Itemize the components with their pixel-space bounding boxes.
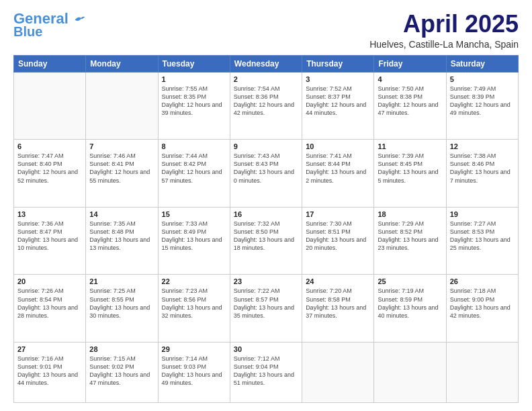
- calendar-cell: 6Sunrise: 7:47 AM Sunset: 8:40 PM Daylig…: [14, 140, 86, 208]
- day-number: 3: [306, 75, 370, 83]
- day-number: 24: [306, 277, 370, 285]
- day-info: Sunrise: 7:33 AM Sunset: 8:49 PM Dayligh…: [162, 220, 226, 253]
- calendar-cell: 11Sunrise: 7:39 AM Sunset: 8:45 PM Dayli…: [374, 140, 446, 208]
- day-info: Sunrise: 7:55 AM Sunset: 8:35 PM Dayligh…: [162, 85, 226, 118]
- calendar-cell: 12Sunrise: 7:38 AM Sunset: 8:46 PM Dayli…: [446, 140, 518, 208]
- day-info: Sunrise: 7:41 AM Sunset: 8:44 PM Dayligh…: [306, 152, 370, 185]
- weekday-header-wednesday: Wednesday: [230, 55, 302, 72]
- calendar-table: SundayMondayTuesdayWednesdayThursdayFrid…: [13, 55, 519, 403]
- day-number: 12: [450, 142, 515, 150]
- day-info: Sunrise: 7:26 AM Sunset: 8:54 PM Dayligh…: [17, 287, 82, 320]
- day-number: 15: [162, 210, 226, 218]
- calendar-cell: 10Sunrise: 7:41 AM Sunset: 8:44 PM Dayli…: [302, 140, 374, 208]
- calendar-cell: 28Sunrise: 7:15 AM Sunset: 9:02 PM Dayli…: [86, 342, 158, 402]
- day-number: 4: [378, 75, 442, 83]
- day-number: 26: [450, 277, 515, 285]
- day-number: 23: [234, 277, 298, 285]
- day-info: Sunrise: 7:12 AM Sunset: 9:04 PM Dayligh…: [234, 355, 298, 387]
- day-info: Sunrise: 7:19 AM Sunset: 8:59 PM Dayligh…: [378, 287, 442, 320]
- day-number: 18: [378, 210, 442, 218]
- day-info: Sunrise: 7:47 AM Sunset: 8:40 PM Dayligh…: [17, 152, 82, 185]
- calendar-cell: [302, 342, 374, 402]
- calendar-cell: [446, 342, 518, 402]
- calendar-cell: 16Sunrise: 7:32 AM Sunset: 8:50 PM Dayli…: [230, 207, 302, 275]
- calendar-week-5: 27Sunrise: 7:16 AM Sunset: 9:01 PM Dayli…: [14, 342, 519, 402]
- day-number: 11: [378, 142, 442, 150]
- day-number: 6: [17, 142, 82, 150]
- day-number: 22: [162, 277, 226, 285]
- day-number: 10: [306, 142, 370, 150]
- weekday-header-saturday: Saturday: [446, 55, 518, 72]
- calendar-week-3: 13Sunrise: 7:36 AM Sunset: 8:47 PM Dayli…: [14, 207, 519, 275]
- calendar-cell: 18Sunrise: 7:29 AM Sunset: 8:52 PM Dayli…: [374, 207, 446, 275]
- day-info: Sunrise: 7:36 AM Sunset: 8:47 PM Dayligh…: [17, 220, 82, 253]
- day-number: 2: [234, 75, 298, 83]
- day-info: Sunrise: 7:54 AM Sunset: 8:36 PM Dayligh…: [234, 85, 298, 118]
- calendar-cell: 3Sunrise: 7:52 AM Sunset: 8:37 PM Daylig…: [302, 72, 374, 140]
- calendar-cell: 21Sunrise: 7:25 AM Sunset: 8:55 PM Dayli…: [86, 275, 158, 342]
- day-info: Sunrise: 7:18 AM Sunset: 9:00 PM Dayligh…: [450, 287, 515, 320]
- day-number: 5: [450, 75, 515, 83]
- calendar-cell: 13Sunrise: 7:36 AM Sunset: 8:47 PM Dayli…: [14, 207, 86, 275]
- calendar-cell: 22Sunrise: 7:23 AM Sunset: 8:56 PM Dayli…: [158, 275, 230, 342]
- day-info: Sunrise: 7:22 AM Sunset: 8:57 PM Dayligh…: [234, 287, 298, 320]
- day-number: 8: [162, 142, 226, 150]
- day-number: 27: [17, 345, 82, 353]
- header: General Blue April 2025 Huelves, Castill…: [13, 11, 519, 50]
- day-number: 25: [378, 277, 442, 285]
- logo-bird-icon: [74, 15, 86, 24]
- day-info: Sunrise: 7:35 AM Sunset: 8:48 PM Dayligh…: [89, 220, 154, 253]
- calendar-cell: 27Sunrise: 7:16 AM Sunset: 9:01 PM Dayli…: [14, 342, 86, 402]
- day-info: Sunrise: 7:52 AM Sunset: 8:37 PM Dayligh…: [306, 85, 370, 118]
- location-title: Huelves, Castille-La Mancha, Spain: [369, 39, 519, 50]
- calendar-cell: 9Sunrise: 7:43 AM Sunset: 8:43 PM Daylig…: [230, 140, 302, 208]
- calendar-cell: 4Sunrise: 7:50 AM Sunset: 8:38 PM Daylig…: [374, 72, 446, 140]
- day-info: Sunrise: 7:29 AM Sunset: 8:52 PM Dayligh…: [378, 220, 442, 253]
- day-info: Sunrise: 7:49 AM Sunset: 8:39 PM Dayligh…: [450, 85, 515, 118]
- day-number: 17: [306, 210, 370, 218]
- day-number: 21: [89, 277, 154, 285]
- month-title: April 2025: [369, 11, 519, 38]
- weekday-header-tuesday: Tuesday: [158, 55, 230, 72]
- calendar-cell: 7Sunrise: 7:46 AM Sunset: 8:41 PM Daylig…: [86, 140, 158, 208]
- calendar-cell: [86, 72, 158, 140]
- calendar-cell: 24Sunrise: 7:20 AM Sunset: 8:58 PM Dayli…: [302, 275, 374, 342]
- calendar-cell: 20Sunrise: 7:26 AM Sunset: 8:54 PM Dayli…: [14, 275, 86, 342]
- calendar-cell: 14Sunrise: 7:35 AM Sunset: 8:48 PM Dayli…: [86, 207, 158, 275]
- day-number: 13: [17, 210, 82, 218]
- calendar-cell: [374, 342, 446, 402]
- title-block: April 2025 Huelves, Castille-La Mancha, …: [369, 11, 519, 50]
- day-info: Sunrise: 7:30 AM Sunset: 8:51 PM Dayligh…: [306, 220, 370, 253]
- calendar-week-1: 1Sunrise: 7:55 AM Sunset: 8:35 PM Daylig…: [14, 72, 519, 140]
- day-info: Sunrise: 7:14 AM Sunset: 9:03 PM Dayligh…: [162, 355, 226, 387]
- day-info: Sunrise: 7:44 AM Sunset: 8:42 PM Dayligh…: [162, 152, 226, 185]
- calendar-cell: 1Sunrise: 7:55 AM Sunset: 8:35 PM Daylig…: [158, 72, 230, 140]
- day-number: 20: [17, 277, 82, 285]
- day-info: Sunrise: 7:27 AM Sunset: 8:53 PM Dayligh…: [450, 220, 515, 253]
- day-number: 7: [89, 142, 154, 150]
- day-number: 19: [450, 210, 515, 218]
- calendar-cell: 26Sunrise: 7:18 AM Sunset: 9:00 PM Dayli…: [446, 275, 518, 342]
- day-info: Sunrise: 7:43 AM Sunset: 8:43 PM Dayligh…: [234, 152, 298, 185]
- day-number: 16: [234, 210, 298, 218]
- calendar-cell: 8Sunrise: 7:44 AM Sunset: 8:42 PM Daylig…: [158, 140, 230, 208]
- weekday-header-friday: Friday: [374, 55, 446, 72]
- day-info: Sunrise: 7:15 AM Sunset: 9:02 PM Dayligh…: [89, 355, 154, 387]
- logo: General Blue: [13, 11, 86, 39]
- calendar-cell: 29Sunrise: 7:14 AM Sunset: 9:03 PM Dayli…: [158, 342, 230, 402]
- day-info: Sunrise: 7:39 AM Sunset: 8:45 PM Dayligh…: [378, 152, 442, 185]
- calendar-cell: 19Sunrise: 7:27 AM Sunset: 8:53 PM Dayli…: [446, 207, 518, 275]
- day-number: 29: [162, 345, 226, 353]
- day-info: Sunrise: 7:25 AM Sunset: 8:55 PM Dayligh…: [89, 287, 154, 320]
- logo-blue: Blue: [13, 24, 42, 39]
- weekday-header-monday: Monday: [86, 55, 158, 72]
- day-number: 1: [162, 75, 226, 83]
- day-number: 28: [89, 345, 154, 353]
- calendar-cell: 30Sunrise: 7:12 AM Sunset: 9:04 PM Dayli…: [230, 342, 302, 402]
- calendar-cell: 23Sunrise: 7:22 AM Sunset: 8:57 PM Dayli…: [230, 275, 302, 342]
- day-info: Sunrise: 7:20 AM Sunset: 8:58 PM Dayligh…: [306, 287, 370, 320]
- day-number: 14: [89, 210, 154, 218]
- weekday-header-sunday: Sunday: [14, 55, 86, 72]
- calendar-cell: 2Sunrise: 7:54 AM Sunset: 8:36 PM Daylig…: [230, 72, 302, 140]
- calendar-cell: 25Sunrise: 7:19 AM Sunset: 8:59 PM Dayli…: [374, 275, 446, 342]
